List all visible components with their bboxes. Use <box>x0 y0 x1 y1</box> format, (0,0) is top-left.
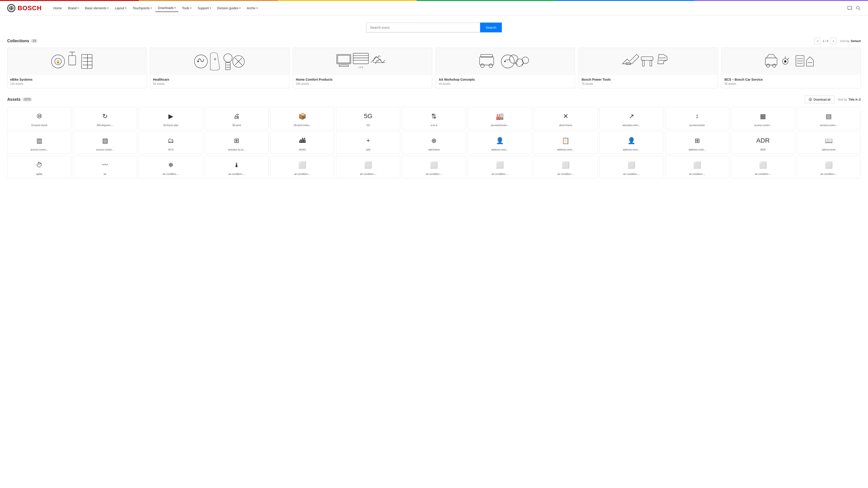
asset-name-3d-print: 3D-print <box>232 124 241 127</box>
asset-card-air-condition-10[interactable]: ⬜air-condition-... <box>731 156 795 178</box>
search-button[interactable] <box>856 6 861 11</box>
download-all-button[interactable]: Download all <box>805 96 834 103</box>
asset-card-agility[interactable]: ⏱agility <box>7 156 71 178</box>
svg-rect-32 <box>353 53 368 64</box>
asset-card-5g[interactable]: 5G5G <box>336 107 400 129</box>
asset-name-add-frame: add-frame <box>428 148 440 151</box>
asset-card-absolute-orient[interactable]: ↗absolute-orien... <box>599 107 663 129</box>
assets-title: Assets <box>7 97 21 102</box>
collection-card-healthcare[interactable]: Healthcare 56 assets <box>150 48 289 88</box>
asset-card-access-ctrl-4[interactable]: ▧access-contro... <box>73 131 137 154</box>
nav-layout[interactable]: Layout ▾ <box>112 4 129 12</box>
asset-card-air[interactable]: 〰air <box>73 156 137 178</box>
pagination-prev-button[interactable]: ‹ <box>814 38 821 44</box>
nav-brand[interactable]: Brand ▾ <box>65 4 81 12</box>
nav-touchpoints[interactable]: Touchpoints ▾ <box>130 4 154 12</box>
asset-icon-air-condition-8: ⬜ <box>625 159 638 171</box>
asset-card-air-condition-1[interactable]: ❄air-condition-... <box>139 156 203 178</box>
nav-tools[interactable]: Tools ▾ <box>179 4 194 12</box>
asset-card-air-condition-7[interactable]: ⬜air-condition-... <box>534 156 598 178</box>
asset-card-access-ctrl-3[interactable]: ▥access-contro... <box>7 131 71 154</box>
assets-section: Assets 3279 Download all Sort by Title A… <box>0 96 868 178</box>
asset-card-air-condition-9[interactable]: ⬜air-condition-... <box>665 156 729 178</box>
asset-name-address-cons-3: address-cons... <box>623 148 640 151</box>
asset-icon-adr: ADR <box>756 134 769 147</box>
asset-card-address-cons-1[interactable]: 👤address-cons... <box>468 131 532 154</box>
asset-card-add[interactable]: +add <box>336 131 400 154</box>
nav-home[interactable]: Home <box>51 4 64 12</box>
asset-name-air: air <box>103 173 106 175</box>
asset-card-address-cons-3[interactable]: 👤address-cons... <box>599 131 663 154</box>
search-submit-button[interactable]: Search <box>480 23 502 32</box>
asset-name-air-condition-5: air-condition-... <box>426 173 442 175</box>
collection-name-bcs: BCS – Bosch Car Service <box>724 78 858 81</box>
asset-card-air-condition-4[interactable]: ⬜air-condition-... <box>336 156 400 178</box>
collections-section: Collections 19 ‹ 1 / 4 › Sort by Default… <box>0 38 868 88</box>
nav-archiv[interactable]: Archiv ▾ <box>244 4 260 12</box>
main-nav: Home Brand ▾ Basic elements ▾ Layout ▾ T… <box>51 4 847 12</box>
asset-name-air-condition-1: air-condition-... <box>162 173 179 175</box>
svg-point-19 <box>197 61 199 62</box>
collection-name-healthcare: Healthcare <box>153 78 286 81</box>
asset-card-air-condition-5[interactable]: ⬜air-condition-... <box>402 156 466 178</box>
support-chevron-icon: ▾ <box>210 7 211 9</box>
asset-card-air-condition-2[interactable]: 🌡air-condition-... <box>205 156 269 178</box>
asset-name-air-condition-7: air-condition-... <box>557 173 574 175</box>
asset-icon-add-frame: ⊕ <box>428 134 440 147</box>
brand-chevron-icon: ▾ <box>78 7 79 9</box>
asset-icon-air-condition-6: ⬜ <box>493 159 506 171</box>
asset-name-3d-print-indus: 3D-print-indus... <box>293 124 311 127</box>
asset-card-3d-frame-play[interactable]: ▶3d-frame-play <box>139 107 203 129</box>
asset-name-adas: ADAS <box>299 148 306 151</box>
svg-line-6 <box>859 9 860 10</box>
asset-card-adr[interactable]: ADRADR <box>731 131 795 154</box>
asset-card-adress-book[interactable]: 📖adress-book <box>797 131 861 154</box>
feedback-button[interactable] <box>847 6 852 11</box>
collection-count-healthcare: 56 assets <box>153 82 286 86</box>
collection-card-bosch-power-tools[interactable]: Bosch Power Tools 76 assets <box>579 48 718 88</box>
nav-downloads[interactable]: Downloads ▾ <box>155 4 178 12</box>
asset-card-address-ctrl[interactable]: ⊞address-contr... <box>665 131 729 154</box>
asset-card-3d-print[interactable]: 🖨3D-print <box>205 107 269 129</box>
search-input[interactable] <box>366 23 480 32</box>
asset-card-accelerometer[interactable]: ↕accelerometer <box>665 107 729 129</box>
layout-chevron-icon: ▾ <box>125 7 126 9</box>
collection-card-aa-workshop[interactable]: AA Workshop Concepts 18 assets <box>436 48 575 88</box>
asset-card-aa-warehouse[interactable]: 🏭aa-warehouse... <box>468 107 532 129</box>
asset-icon-3d-frame-play: ▶ <box>164 110 177 123</box>
collection-card-bcs[interactable]: BCS – Bosch Car Service 36 assets <box>721 48 861 88</box>
asset-card-access-ctrl-1[interactable]: ▦access-contro... <box>731 107 795 129</box>
asset-card-360-degrees[interactable]: ↻360-degrees-... <box>73 107 137 129</box>
svg-point-42 <box>501 55 514 68</box>
collection-count-home-comfort: 344 assets <box>296 82 429 86</box>
pagination-next-button[interactable]: › <box>830 38 837 44</box>
svg-line-60 <box>787 58 789 59</box>
asset-card-a-to-b[interactable]: ⇅a-to-b <box>402 107 466 129</box>
asset-name-agility: agility <box>36 173 42 175</box>
asset-card-air-condition-11[interactable]: ⬜air-condition-... <box>797 156 861 178</box>
collection-info-home-comfort: Home Comfort Products 344 assets <box>293 75 432 88</box>
nav-support[interactable]: Support ▾ <box>195 4 214 12</box>
asset-card-add-frame[interactable]: ⊕add-frame <box>402 131 466 154</box>
asset-icon-10-point-check: ⑩ <box>33 110 46 123</box>
download-icon <box>809 98 812 101</box>
asset-card-acs[interactable]: 🗂ACS <box>139 131 203 154</box>
asset-icon-air-condition-4: ⬜ <box>362 159 375 171</box>
asset-card-abort-frame[interactable]: ✕abort-frame <box>534 107 598 129</box>
collection-card-home-comfort[interactable]: 1 2 3 Home Comfort Products 344 assets <box>293 48 432 88</box>
collection-preview-aa-workshop <box>436 48 575 75</box>
asset-card-adas[interactable]: 🏙ADAS <box>270 131 334 154</box>
asset-card-10-point-check[interactable]: ⑩10-point-check <box>7 107 71 129</box>
asset-card-address-cons-2[interactable]: 📋address-cons... <box>534 131 598 154</box>
collection-info-aa-workshop: AA Workshop Concepts 18 assets <box>436 75 575 88</box>
asset-card-3d-print-indus[interactable]: 📦3D-print-indus... <box>270 107 334 129</box>
asset-card-access-ctrl-2[interactable]: ▤access-contro... <box>797 107 861 129</box>
nav-division-guides[interactable]: Division guides ▾ <box>215 4 243 12</box>
asset-card-actuator-by-w[interactable]: ⊞actuator-by-w... <box>205 131 269 154</box>
division-guides-chevron-icon: ▾ <box>239 7 241 9</box>
asset-card-air-condition-8[interactable]: ⬜air-condition-... <box>599 156 663 178</box>
asset-card-air-condition-6[interactable]: ⬜air-condition-... <box>468 156 532 178</box>
asset-card-air-condition-3[interactable]: ⬜air-condition-... <box>270 156 334 178</box>
nav-basic-elements[interactable]: Basic elements ▾ <box>82 4 111 12</box>
collection-card-ebike-systems[interactable]: 🔒 eBike Systems 110 assets <box>7 48 147 88</box>
